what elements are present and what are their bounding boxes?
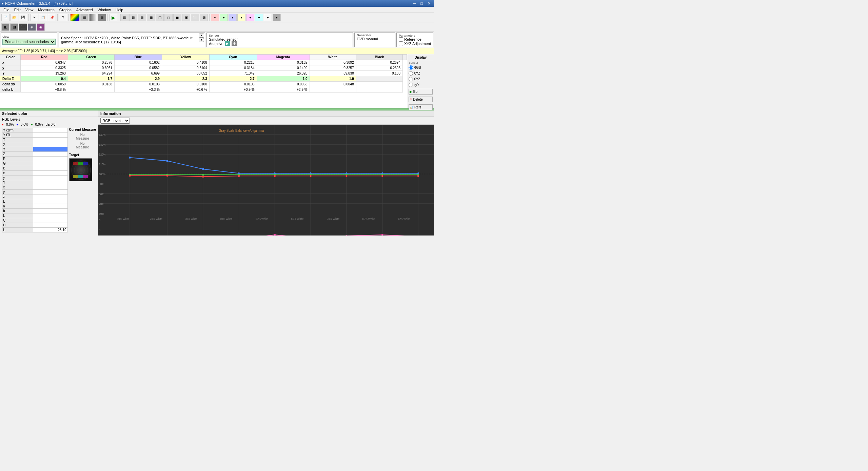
maximize-button[interactable]: □ (418, 1, 425, 6)
m-row-B: B (2, 166, 68, 171)
tb2-2[interactable]: ◨ (10, 23, 18, 31)
radio-xyy-input[interactable] (409, 83, 413, 87)
m-row-x: x (2, 171, 68, 176)
tb-colorpattern[interactable] (70, 14, 80, 21)
tb-display8[interactable]: ▣ (182, 14, 190, 21)
measure-scroll[interactable]: Y cd/m Y fTL T X (2, 128, 68, 236)
menu-window[interactable]: Window (96, 7, 113, 12)
menu-graphs[interactable]: Graphs (57, 7, 74, 12)
tb-cut[interactable]: ✂ (30, 14, 38, 21)
cell-de-white: 1.9 (310, 76, 356, 82)
cell-Y-yellow: 83.852 (162, 71, 209, 76)
m-val-L3: 28.19 (33, 228, 67, 232)
tb-save[interactable]: 💾 (19, 14, 27, 21)
radio-xyz2-input[interactable] (409, 77, 413, 81)
menu-view[interactable]: View (23, 7, 36, 12)
info-dropdown[interactable]: RGB Levels Luminance CIE Diagram (100, 118, 130, 124)
tb-display10[interactable]: ▩ (200, 14, 208, 21)
tb2-4[interactable]: ◈ (28, 23, 36, 31)
svg-text:80%: 80% (99, 192, 104, 196)
target-box (69, 158, 92, 181)
m-val-b (33, 209, 67, 213)
menu-advanced[interactable]: Advanced (74, 7, 95, 12)
data-table-wrapper[interactable]: Color Red Green Blue Yellow Cyan Magenta… (0, 54, 407, 108)
generator-type: DVD manual (357, 37, 393, 41)
tb-help[interactable]: ? (59, 14, 67, 21)
radio-xyy-label: xyY (414, 83, 419, 87)
tb-action8[interactable]: ● (273, 14, 281, 21)
info-title: Information (100, 111, 121, 116)
tb-action4[interactable]: ● (237, 14, 245, 21)
sep4 (107, 14, 108, 21)
tb-action7[interactable]: ● (264, 14, 272, 21)
display-title: Display (409, 56, 433, 60)
tb-pattern[interactable]: ⊞ (98, 14, 106, 21)
tb-display1[interactable]: ⊡ (120, 14, 129, 21)
tb-display9[interactable]: ⬜ (191, 14, 199, 21)
tb-play[interactable]: ▶ (109, 14, 117, 21)
svg-text:60%: 60% (99, 212, 104, 216)
tb-paste[interactable]: 📌 (48, 14, 56, 21)
col-cyan: Cyan (209, 55, 257, 60)
cs-down[interactable]: ▼ (199, 38, 204, 42)
tb2-3[interactable]: ⬛ (19, 23, 27, 31)
current-measure-col: Current Measure NoMeasure NoMeasure Targ… (69, 128, 96, 236)
refs-button[interactable]: 📊 Refs (409, 104, 433, 110)
cs-up[interactable]: ▲ (199, 34, 204, 38)
tb-gray[interactable]: ▦ (80, 14, 88, 21)
cell-de-magenta: 1.0 (257, 76, 310, 82)
tb-display2[interactable]: ⊟ (129, 14, 137, 21)
tb-action5[interactable]: ● (246, 14, 254, 21)
m-label-R: R (2, 157, 33, 161)
tb-action2[interactable]: ● (220, 14, 228, 21)
rgb-values-row: 0.0% 0.0% 0.0% dE 0.0 (0, 122, 98, 127)
svg-text:110%: 110% (99, 163, 105, 166)
menu-edit[interactable]: Edit (12, 7, 23, 12)
m-val-R (33, 157, 67, 161)
sep1 (28, 14, 29, 21)
minimize-button[interactable]: ─ (411, 1, 418, 6)
sensor-config-button[interactable]: ⚙ (232, 41, 237, 46)
tb-display7[interactable]: ◼ (173, 14, 181, 21)
go-button[interactable]: ▶ Go (409, 89, 433, 95)
xyz-checkbox[interactable] (399, 42, 403, 46)
menu-file[interactable]: File (1, 7, 12, 12)
m-val-x2 (33, 185, 67, 190)
tb-display6[interactable]: ◻ (164, 14, 173, 21)
parameters-label: Parameters (399, 34, 431, 37)
tb-copy[interactable]: 📋 (39, 14, 47, 21)
title-bar-left: ● HCFR Colorimeter - 3.5.1.4 - [节709.chc… (1, 1, 73, 6)
selected-color-title: Selected color (0, 110, 98, 117)
cell-dl-magenta: +2.9 % (257, 87, 310, 93)
reference-checkbox[interactable] (399, 37, 403, 42)
cell-y-magenta: 0.1499 (257, 65, 310, 71)
cell-y-yellow: 0.5104 (162, 65, 209, 71)
tb2-1[interactable]: ◧ (1, 23, 9, 31)
radio-rgb-input[interactable] (409, 65, 413, 70)
tb2-5[interactable]: ◉ (37, 23, 45, 31)
tb-open[interactable]: 📂 (10, 14, 18, 21)
tb-display4[interactable]: ▦ (147, 14, 155, 21)
tb-display3[interactable]: ⊞ (138, 14, 146, 21)
toolbar2: ◧ ◨ ⬛ ◈ ◉ (0, 22, 434, 32)
adaptive-button[interactable]: ▶ (225, 41, 230, 46)
tb-display5[interactable]: ◫ (156, 14, 164, 21)
radio-xyz1-input[interactable] (409, 71, 413, 76)
tb-gradient[interactable] (89, 14, 97, 21)
table-row-deltae: Delta E 0.4 1.7 2.9 2.3 2.7 1.0 1.9 (0, 76, 407, 82)
m-label-L2: L (2, 213, 33, 218)
menu-measures[interactable]: Measures (36, 7, 56, 12)
tb-new[interactable]: 📄 (1, 14, 9, 21)
svg-text:8: 8 (99, 219, 101, 222)
m-row-z: z (2, 194, 68, 199)
menu-help[interactable]: Help (114, 7, 125, 12)
radio-xyz2: XYZ (409, 77, 433, 81)
m-row-a: a (2, 204, 68, 209)
close-button[interactable]: ✕ (426, 1, 433, 6)
tb-action6[interactable]: ● (255, 14, 263, 21)
delete-button[interactable]: ✕ Delete (409, 97, 433, 102)
tb-action3[interactable]: ● (229, 14, 237, 21)
view-dropdown[interactable]: Primaries and secondaries Grayscale (2, 39, 56, 45)
refs-icon: 📊 (410, 105, 414, 109)
tb-action1[interactable]: ● (211, 14, 219, 21)
